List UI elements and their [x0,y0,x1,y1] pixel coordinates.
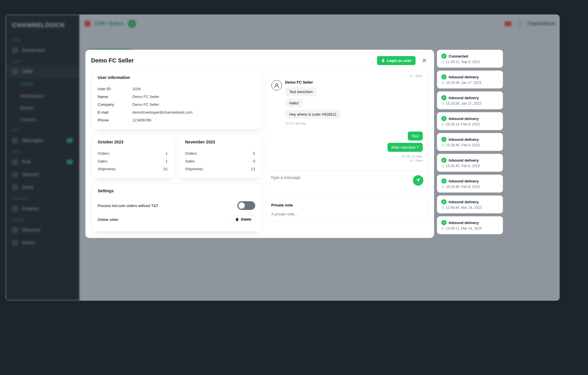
close-icon: ✕ [422,57,427,64]
stat-key: Orders: [98,151,110,156]
stat-key: Shipments: [98,167,117,171]
seen-indicator: ✓✓ Seen [271,74,423,78]
info-row: User ID:1034 [98,85,255,93]
chat-message-in: Hey where is order #928512 [285,110,341,119]
activity-feed: ✓Connected11:26:21, Sep 9, 2022✓Inbound … [437,50,503,238]
status-dot-icon: ✓ [441,199,446,204]
stat-value: 0 [253,159,255,163]
stat-row: Orders:1 [98,149,168,157]
close-button[interactable]: ✕ [420,57,428,65]
toggle-tnt[interactable] [237,201,255,210]
svg-point-0 [383,59,384,60]
clock-icon [441,60,444,64]
info-key: Company: [98,102,133,107]
activity-title: Inbound delivery [449,96,479,100]
activity-title: Inbound delivery [449,179,479,183]
stat-value: 13 [251,167,255,171]
send-button[interactable] [413,175,423,186]
info-value: Demo FC Seller [133,102,159,107]
seller-modal: Demo FC Seller Login as user ✕ [85,50,434,238]
user-info-heading: User information [98,75,255,80]
clock-icon [441,122,444,126]
note-heading: Private note [271,203,423,207]
seen-label: Seen [415,74,423,77]
status-dot-icon: ✓ [441,158,446,163]
activity-time: 12:09:11, Mar 14, 2023 [446,226,482,230]
activity-item[interactable]: ✓Inbound delivery15:26:46, Feb 8, 2023 [437,133,503,151]
clock-icon [441,206,444,210]
info-key: Phone: [98,118,133,122]
info-key: Name: [98,95,133,99]
status-dot-icon: ✓ [441,53,446,59]
clock-icon [441,143,444,147]
status-dot-icon: ✓ [441,137,446,142]
info-value: Demo FC Seller [133,95,159,99]
stat-value: 1 [166,151,168,156]
info-row: E-mail:demofcverkoper@channeldock.com [98,108,255,116]
status-dot-icon: ✓ [441,178,446,184]
stat-key: Sales: [98,159,108,163]
settings-heading: Settings [98,189,255,193]
stat-row: Orders:0 [185,149,255,157]
activity-title: Inbound delivery [449,137,479,142]
delete-seller-button[interactable]: Delete [232,216,255,223]
activity-time: 15:26:14, Feb 8, 2023 [446,122,480,126]
info-row: Name:Demo FC Seller [98,93,255,101]
clock-icon [441,185,444,189]
chat-message-in: Test berichten [285,87,317,96]
info-row: Phone:123456789 [98,116,255,124]
info-key: E-mail: [98,110,133,114]
chat-input[interactable] [271,175,409,190]
send-icon [416,178,421,184]
activity-time: 15:26:46, Feb 8, 2023 [446,164,480,168]
clock-icon [441,164,444,168]
status-dot-icon: ✓ [441,95,446,100]
activity-time: 15:19:39, Jan 17, 2023 [446,81,482,85]
user-icon [381,58,385,63]
chat-timestamp-in: 17:07 | 08 Feb [285,122,341,125]
activity-item[interactable]: ✓Inbound delivery15:19:39, Jan 17, 2023 [437,71,503,88]
login-as-user-button[interactable]: Login as user [377,56,416,65]
activity-title: Inbound delivery [449,221,479,225]
chat-message-in: Hallo! [285,99,303,108]
activity-item[interactable]: ✓Inbound delivery12:08:44, Mar 14, 2023 [437,195,503,213]
activity-item[interactable]: ✓Connected11:26:21, Sep 9, 2022 [437,50,503,68]
setting-label-delete: Delete seller [98,217,119,222]
login-label: Login as user [387,58,411,63]
activity-time: 15:26:46, Feb 8, 2023 [446,143,480,147]
activity-title: Connected [449,54,468,58]
activity-item[interactable]: ✓Inbound delivery12:09:11, Mar 14, 2023 [437,216,503,234]
stat-row: Shipments:13 [185,165,255,173]
setting-label-tnt: Process bol.com orders without T&T [98,204,158,208]
stat-row: Sales:0 [185,157,255,165]
activity-item[interactable]: ✓Inbound delivery15:19:39, Jan 17, 2023 [437,91,503,109]
activity-title: Inbound delivery [449,117,479,121]
settings-card: Settings Process bol.com orders without … [91,183,262,232]
chat-avatar-icon [271,80,282,90]
user-info-card: User information User ID:1034Name:Demo F… [91,70,262,130]
month-stats-card: November 2023Orders:0Sales:0Shipments:13 [179,134,262,178]
svg-point-1 [275,84,278,86]
check-icon: ✓✓ [409,159,413,162]
chat-sender-name: Demo FC Seller [285,80,341,84]
activity-item[interactable]: ✓Inbound delivery15:26:46, Feb 8, 2023 [437,154,503,172]
modal-overlay[interactable]: Demo FC Seller Login as user ✕ [0,0,588,375]
clock-icon [441,226,444,230]
chat-message-out: Test [408,132,423,141]
stat-value: 51 [163,167,168,171]
activity-item[interactable]: ✓Inbound delivery15:26:14, Feb 8, 2023 [437,112,503,130]
info-value: 1034 [133,87,141,91]
status-dot-icon: ✓ [441,116,446,121]
month-title: November 2023 [185,140,255,144]
note-input[interactable] [271,212,423,216]
chat-timestamp-out: 19:24 | 21 May [271,155,423,158]
stat-row: Shipments:51 [98,165,168,173]
activity-item[interactable]: ✓Inbound delivery15:26:46, Feb 8, 2023 [437,175,503,193]
info-row: Company:Demo FC Seller [98,101,255,108]
info-value: 123456789 [133,118,151,122]
chat-message-out: Miltä vaikuttaa ? [387,143,423,152]
activity-title: Inbound delivery [449,200,479,204]
month-title: October 2023 [98,140,168,144]
stat-key: Orders: [185,151,198,156]
activity-time: 15:19:39, Jan 17, 2023 [446,101,482,106]
